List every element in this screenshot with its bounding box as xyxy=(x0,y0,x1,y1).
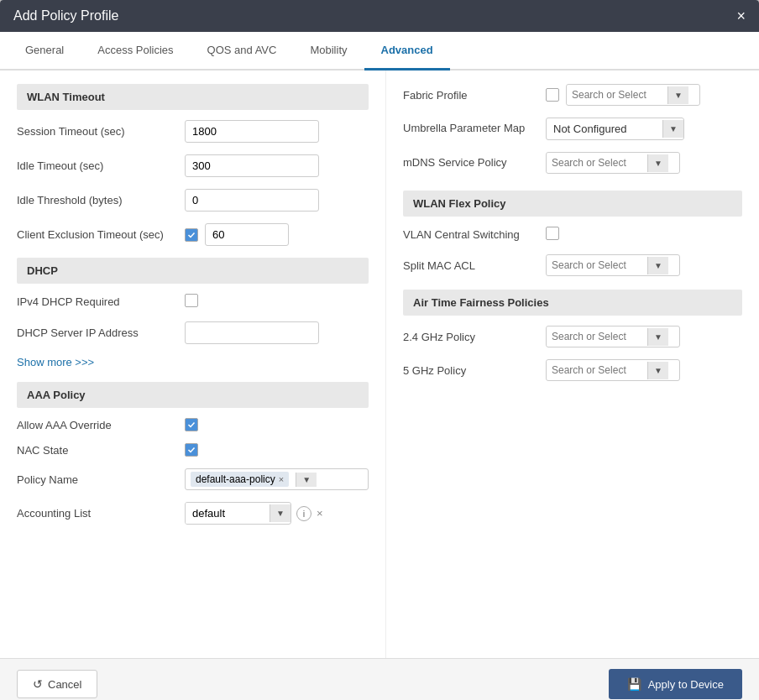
accounting-list-info-icon[interactable]: i xyxy=(296,506,311,521)
policy-name-wrap: default-aaa-policy × ▼ xyxy=(185,468,369,490)
left-panel: WLAN Timeout Session Timeout (sec) 1800 … xyxy=(0,71,386,658)
dhcp-server-wrap xyxy=(185,321,369,344)
mdns-wrap: ▼ xyxy=(546,152,680,174)
fabric-profile-checkbox[interactable] xyxy=(546,88,559,102)
split-mac-input[interactable] xyxy=(547,255,647,275)
umbrella-value: Not Configured xyxy=(547,118,662,139)
umbrella-label: Umbrella Parameter Map xyxy=(403,118,546,134)
mdns-input[interactable] xyxy=(547,153,647,173)
tab-qos-avc[interactable]: QOS and AVC xyxy=(191,32,294,71)
client-exclusion-row: Client Exclusion Timeout (sec) 60 xyxy=(17,223,369,246)
allow-aaa-wrap xyxy=(185,418,369,431)
client-exclusion-checkbox[interactable] xyxy=(185,228,198,242)
ipv4-dhcp-checkbox[interactable] xyxy=(185,294,198,307)
accounting-list-select[interactable]: default xyxy=(186,503,270,524)
mdns-arrow[interactable]: ▼ xyxy=(647,154,668,172)
close-button[interactable]: × xyxy=(736,8,746,24)
modal-body: WLAN Timeout Session Timeout (sec) 1800 … xyxy=(0,71,759,658)
policy-name-tag-input[interactable]: default-aaa-policy × ▼ xyxy=(185,468,369,490)
idle-timeout-wrap: 300 xyxy=(185,154,369,177)
session-timeout-row: Session Timeout (sec) 1800 xyxy=(17,120,369,143)
show-more-link[interactable]: Show more >>> xyxy=(17,356,369,368)
tab-general[interactable]: General xyxy=(8,32,81,71)
policy-name-tag-remove[interactable]: × xyxy=(279,474,284,484)
fabric-profile-select: ▼ xyxy=(566,84,700,106)
client-exclusion-input[interactable]: 60 xyxy=(205,223,289,246)
allow-aaa-row: Allow AAA Override xyxy=(17,418,369,431)
dhcp-server-input[interactable] xyxy=(185,321,319,344)
dhcp-server-label: DHCP Server IP Address xyxy=(17,326,185,339)
policy-name-label: Policy Name xyxy=(17,473,185,486)
ipv4-dhcp-wrap xyxy=(185,294,369,310)
accounting-list-clear-icon[interactable]: × xyxy=(317,507,323,520)
split-mac-label: Split MAC ACL xyxy=(403,259,546,272)
session-timeout-input[interactable]: 1800 xyxy=(185,120,319,143)
apply-label: Apply to Device xyxy=(648,678,724,691)
tab-access-policies[interactable]: Access Policies xyxy=(81,32,190,71)
tab-bar: General Access Policies QOS and AVC Mobi… xyxy=(0,32,759,71)
client-exclusion-label: Client Exclusion Timeout (sec) xyxy=(17,228,185,241)
cancel-label: Cancel xyxy=(48,678,81,691)
tab-mobility[interactable]: Mobility xyxy=(293,32,364,71)
dhcp-server-row: DHCP Server IP Address xyxy=(17,321,369,344)
ipv4-dhcp-label: IPv4 DHCP Required xyxy=(17,295,185,308)
split-mac-arrow[interactable]: ▼ xyxy=(647,257,668,274)
idle-timeout-input[interactable]: 300 xyxy=(185,154,319,177)
ghz24-arrow[interactable]: ▼ xyxy=(647,328,668,346)
apply-icon: 💾 xyxy=(627,677,641,691)
fabric-profile-wrap: ▼ xyxy=(546,84,700,106)
ghz24-input[interactable] xyxy=(547,326,647,347)
split-mac-wrap: ▼ xyxy=(546,254,680,276)
idle-threshold-wrap: 0 xyxy=(185,189,369,212)
apply-button[interactable]: 💾 Apply to Device xyxy=(609,669,742,699)
split-mac-row: Split MAC ACL ▼ xyxy=(403,254,742,276)
policy-name-row: Policy Name default-aaa-policy × ▼ xyxy=(17,468,369,490)
right-panel: Fabric Profile ▼ Umbrella Parameter Map … xyxy=(386,71,759,658)
umbrella-dropdown: Not Configured ▼ xyxy=(546,118,684,140)
mdns-label: mDNS Service Policy xyxy=(403,152,546,169)
split-mac-select: ▼ xyxy=(546,254,680,276)
cancel-icon: ↺ xyxy=(33,677,43,691)
fabric-profile-input[interactable] xyxy=(567,85,667,105)
cancel-button[interactable]: ↺ Cancel xyxy=(17,670,97,698)
mdns-select: ▼ xyxy=(546,152,680,174)
ghz5-select: ▼ xyxy=(546,359,680,381)
fabric-profile-arrow[interactable]: ▼ xyxy=(667,86,688,104)
modal-container: Add Policy Profile × General Access Poli… xyxy=(0,0,759,700)
policy-name-tag-text: default-aaa-policy xyxy=(196,473,275,485)
dhcp-header: DHCP xyxy=(17,258,369,284)
idle-timeout-row: Idle Timeout (sec) 300 xyxy=(17,154,369,177)
wlan-flex-header: WLAN Flex Policy xyxy=(403,191,742,217)
fabric-profile-label: Fabric Profile xyxy=(403,89,546,102)
ghz5-input[interactable] xyxy=(547,360,647,380)
wlan-timeout-header: WLAN Timeout xyxy=(17,84,369,110)
vlan-central-label: VLAN Central Switching xyxy=(403,228,546,241)
accounting-list-dropdown: default ▼ xyxy=(185,502,291,525)
session-timeout-label: Session Timeout (sec) xyxy=(17,125,185,138)
umbrella-arrow[interactable]: ▼ xyxy=(662,120,683,138)
idle-threshold-label: Idle Threshold (bytes) xyxy=(17,194,185,206)
allow-aaa-label: Allow AAA Override xyxy=(17,419,185,431)
tab-advanced[interactable]: Advanced xyxy=(364,32,450,71)
accounting-list-row: Accounting List default ▼ i × xyxy=(17,502,369,525)
modal-title: Add Policy Profile xyxy=(13,8,118,24)
umbrella-wrap: Not Configured ▼ xyxy=(546,118,684,140)
modal-header: Add Policy Profile × xyxy=(0,0,759,32)
nac-state-wrap xyxy=(185,443,369,457)
ghz5-arrow[interactable]: ▼ xyxy=(647,362,668,379)
ghz5-row: 5 GHz Policy ▼ xyxy=(403,359,742,381)
nac-state-row: NAC State xyxy=(17,443,369,457)
allow-aaa-checkbox[interactable] xyxy=(185,418,198,431)
idle-threshold-input[interactable]: 0 xyxy=(185,189,319,212)
fabric-profile-row: Fabric Profile ▼ xyxy=(403,84,742,106)
session-timeout-wrap: 1800 xyxy=(185,120,369,143)
policy-name-tag: default-aaa-policy × xyxy=(191,472,289,487)
mdns-row: mDNS Service Policy ▼ xyxy=(403,152,742,174)
accounting-list-arrow[interactable]: ▼ xyxy=(270,504,291,522)
aaa-header: AAA Policy xyxy=(17,382,369,408)
policy-name-dropdown-arrow[interactable]: ▼ xyxy=(296,473,317,487)
vlan-central-checkbox[interactable] xyxy=(546,227,559,240)
nac-state-checkbox[interactable] xyxy=(185,443,198,457)
modal-footer: ↺ Cancel 💾 Apply to Device xyxy=(0,658,759,700)
air-time-header: Air Time Fairness Policies xyxy=(403,290,742,316)
